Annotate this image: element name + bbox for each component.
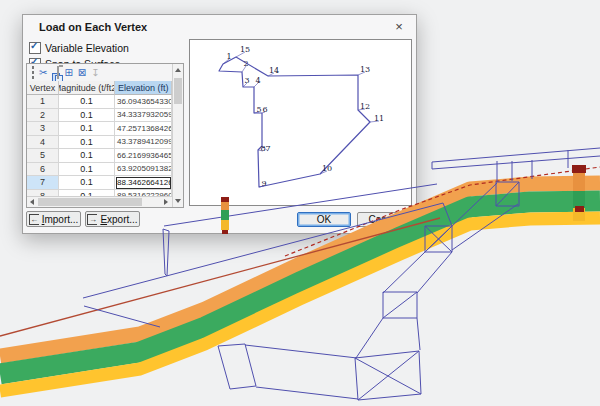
import-label: Import... [42,214,79,225]
vertical-scrollbar[interactable] [172,64,183,207]
load-on-each-vertex-dialog: Load on Each Vertex × Variable Elevation… [22,14,417,234]
selection-marquee-icon [32,66,34,79]
vertex-cell[interactable]: 5 [27,149,59,163]
plot-vertex-label: 8 [260,144,265,153]
vertex-cell[interactable]: 2 [27,109,59,123]
scroll-down-icon[interactable] [173,195,183,207]
table-header-row: Vertex Magnitude (t/ft2) Elevation (ft) [27,81,172,95]
table-row: 60.163.9205091382 [27,163,172,177]
screen: Load on Each Vertex × Variable Elevation… [0,0,600,406]
elevation-cell[interactable]: 36.0943654330 [115,95,172,109]
export-label: Export... [100,214,137,225]
plot-vertex-label: 10 [322,164,332,173]
magnitude-column-header[interactable]: Magnitude (t/ft2) [59,81,115,95]
elevation-cell[interactable]: 43.3789412099 [115,136,172,150]
magnitude-cell[interactable]: 0.1 [59,109,115,123]
table-row: 70.188.3462664126 [27,176,172,190]
plot-vertex-label: 7 [265,144,270,153]
plot-vertex-label: 5 [256,105,261,114]
right-load-pole [573,173,585,191]
cut-button[interactable]: ✂ [39,67,47,78]
magnitude-cell[interactable]: 0.1 [59,136,115,150]
magnitude-cell[interactable]: 0.1 [59,149,115,163]
right-load-pole [575,206,584,212]
elevation-cell[interactable]: 47.2571368426 [115,122,172,136]
right-load-pole [572,165,586,173]
vertex-cell[interactable]: 4 [27,136,59,150]
table-row: 10.136.0943654330 [27,95,172,109]
import-button[interactable]: ← Import... [26,211,81,227]
scroll-left-icon[interactable] [27,197,38,207]
magnitude-cell[interactable]: 0.1 [59,95,115,109]
fill-down-button[interactable]: ↧ [91,67,99,78]
delete-row-button[interactable]: ⊠ [78,67,86,78]
table-row: 50.166.2169936465 [27,149,172,163]
vertex-cell[interactable]: 6 [27,163,59,177]
plot-vertex-label: 11 [374,114,384,123]
export-button[interactable]: → Export... [85,211,140,227]
export-icon: → [87,214,97,225]
vertex-cell[interactable]: 7 [27,176,59,190]
elevation-cell[interactable]: 34.3337932059 [115,109,172,123]
right-load-pole [573,191,585,208]
magnitude-cell[interactable]: 0.1 [59,122,115,136]
checkbox-checked-icon[interactable] [29,42,41,54]
vertex-plot-canvas: 123456789101112131415 [190,40,411,205]
checkbox-label: Variable Elevation [45,42,129,54]
plot-vertex-label: 15 [240,45,250,54]
variable-elevation-checkbox[interactable]: Variable Elevation [29,41,129,54]
plot-vertex-label: 3 [244,76,249,85]
plot-vertex-label: 9 [261,179,266,188]
magnitude-cell[interactable]: 0.1 [59,163,115,177]
vertical-scroll-thumb[interactable] [174,78,182,104]
elevation-cell[interactable]: 63.9205091382 [115,163,172,177]
insert-row-button[interactable]: ⊞ [64,67,72,78]
close-icon[interactable]: × [388,18,410,36]
plot-vertex-label: 4 [255,76,260,85]
ok-button[interactable]: OK [297,212,351,227]
table-row: 40.143.3789412099 [27,136,172,150]
dialog-title: Load on Each Vertex [39,21,147,33]
magnitude-cell[interactable]: 0.1 [59,176,115,190]
plot-vertex-label: 6 [262,105,267,114]
import-icon: ← [29,214,39,225]
vertex-column-header[interactable]: Vertex [27,81,59,95]
plot-vertex-label: 12 [360,102,370,111]
plot-vertex-label: 2 [243,59,248,68]
scroll-right-icon[interactable] [161,197,172,207]
vertex-table: ✂⊞⊠↧ Vertex Magnitude (t/ft2) Elevation … [26,63,184,208]
selection-marquee-button[interactable] [32,67,34,78]
vertex-cell[interactable]: 1 [27,95,59,109]
cancel-button[interactable]: Cancel [357,212,411,227]
table-row: 20.134.3337932059 [27,109,172,123]
horizontal-scrollbar[interactable] [27,196,172,207]
table-toolbar: ✂⊞⊠↧ [27,64,172,81]
vertex-plot: 123456789101112131415 [189,39,412,206]
scroll-up-icon[interactable] [173,64,183,76]
vertex-cell[interactable]: 3 [27,122,59,136]
plot-vertex-label: 1 [226,52,231,61]
right-load-pole [573,208,585,221]
horizontal-scroll-thumb[interactable] [38,198,142,206]
elevation-cell[interactable]: 66.2169936465 [115,149,172,163]
elevation-cell[interactable]: 88.3462664126 [115,176,172,190]
table-rows: 10.136.094365433020.134.333793205930.147… [27,95,172,196]
table-row: 30.147.2571368426 [27,122,172,136]
elevation-column-header[interactable]: Elevation (ft) [115,81,172,95]
plot-vertex-label: 14 [269,66,279,75]
plot-vertex-label: 13 [360,65,370,74]
table-grid: Vertex Magnitude (t/ft2) Elevation (ft) … [27,81,172,196]
